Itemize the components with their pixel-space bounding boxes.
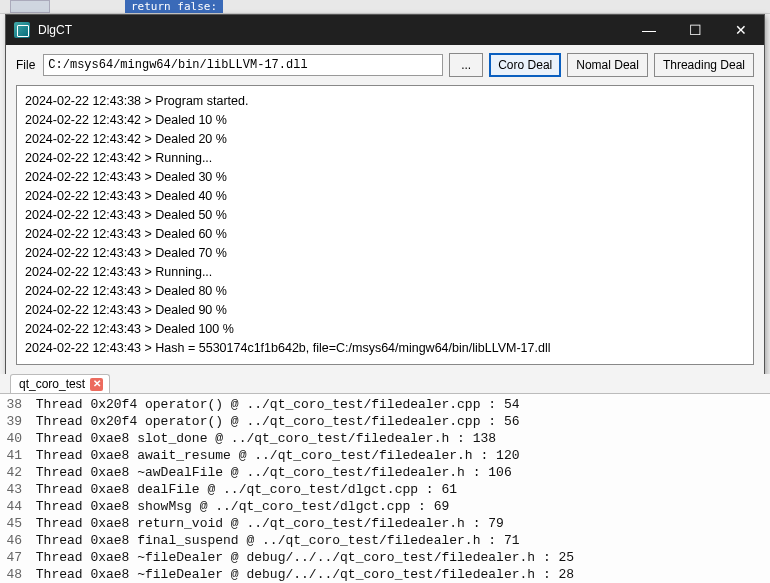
- titlebar[interactable]: DlgCT — ☐ ✕: [6, 15, 764, 45]
- log-line: 2024-02-22 12:43:43 > Dealed 70 %: [25, 244, 745, 263]
- console-output[interactable]: 38 Thread 0x20f4 operator() @ ../qt_coro…: [0, 394, 770, 583]
- log-line: 2024-02-22 12:43:43 > Dealed 60 %: [25, 225, 745, 244]
- browse-button[interactable]: ...: [449, 53, 483, 77]
- console-line: 40 Thread 0xae8 slot_done @ ../qt_coro_t…: [0, 430, 770, 447]
- console-line: 38 Thread 0x20f4 operator() @ ../qt_coro…: [0, 396, 770, 413]
- console-text: Thread 0xae8 ~awDealFile @ ../qt_coro_te…: [28, 464, 512, 481]
- console-text: Thread 0xae8 return_void @ ../qt_coro_te…: [28, 515, 504, 532]
- console-text: Thread 0xae8 await_resume @ ../qt_coro_t…: [28, 447, 519, 464]
- log-line: 2024-02-22 12:43:43 > Running...: [25, 263, 745, 282]
- console-text: Thread 0xae8 slot_done @ ../qt_coro_test…: [28, 430, 496, 447]
- console-line: 41 Thread 0xae8 await_resume @ ../qt_cor…: [0, 447, 770, 464]
- file-label: File: [16, 58, 35, 72]
- console-tab-bar: qt_coro_test ✕: [0, 374, 770, 394]
- line-number: 48: [0, 566, 28, 583]
- log-line: 2024-02-22 12:43:43 > Dealed 100 %: [25, 320, 745, 339]
- console-line: 43 Thread 0xae8 dealFile @ ../qt_coro_te…: [0, 481, 770, 498]
- console-line: 44 Thread 0xae8 showMsg @ ../qt_coro_tes…: [0, 498, 770, 515]
- window-title: DlgCT: [38, 23, 626, 37]
- normal-deal-button[interactable]: Nomal Deal: [567, 53, 648, 77]
- background-code-fragment: return false:: [125, 0, 223, 13]
- log-line: 2024-02-22 12:43:43 > Hash = 5530174c1f1…: [25, 339, 745, 358]
- console-tab[interactable]: qt_coro_test ✕: [10, 374, 110, 393]
- console-line: 46 Thread 0xae8 final_suspend @ ../qt_co…: [0, 532, 770, 549]
- log-output[interactable]: 2024-02-22 12:43:38 > Program started.20…: [16, 85, 754, 365]
- console-line: 47 Thread 0xae8 ~fileDealer @ debug/../.…: [0, 549, 770, 566]
- console-text: Thread 0xae8 ~fileDealer @ debug/../../q…: [28, 549, 574, 566]
- console-text: Thread 0xae8 dealFile @ ../qt_coro_test/…: [28, 481, 457, 498]
- coro-deal-button[interactable]: Coro Deal: [489, 53, 561, 77]
- file-path-input[interactable]: [43, 54, 443, 76]
- log-line: 2024-02-22 12:43:43 > Dealed 50 %: [25, 206, 745, 225]
- console-text: Thread 0x20f4 operator() @ ../qt_coro_te…: [28, 413, 519, 430]
- console-line: 39 Thread 0x20f4 operator() @ ../qt_coro…: [0, 413, 770, 430]
- background-editor-strip: return false:: [0, 0, 770, 14]
- log-line: 2024-02-22 12:43:38 > Program started.: [25, 92, 745, 111]
- console-text: Thread 0xae8 showMsg @ ../qt_coro_test/d…: [28, 498, 449, 515]
- line-number: 43: [0, 481, 28, 498]
- line-number: 42: [0, 464, 28, 481]
- console-text: Thread 0x20f4 operator() @ ../qt_coro_te…: [28, 396, 519, 413]
- console-tab-label: qt_coro_test: [19, 375, 85, 393]
- background-tab-fragment: [10, 0, 50, 13]
- console-line: 45 Thread 0xae8 return_void @ ../qt_coro…: [0, 515, 770, 532]
- console-line: 42 Thread 0xae8 ~awDealFile @ ../qt_coro…: [0, 464, 770, 481]
- line-number: 45: [0, 515, 28, 532]
- threading-deal-button[interactable]: Threading Deal: [654, 53, 754, 77]
- console-text: Thread 0xae8 final_suspend @ ../qt_coro_…: [28, 532, 519, 549]
- log-line: 2024-02-22 12:43:42 > Running...: [25, 149, 745, 168]
- tab-close-icon[interactable]: ✕: [90, 378, 103, 391]
- log-line: 2024-02-22 12:43:42 > Dealed 10 %: [25, 111, 745, 130]
- console-line: 48 Thread 0xae8 ~fileDealer @ debug/../.…: [0, 566, 770, 583]
- line-number: 38: [0, 396, 28, 413]
- log-line: 2024-02-22 12:43:43 > Dealed 40 %: [25, 187, 745, 206]
- dialog-window: DlgCT — ☐ ✕ File ... Coro Deal Nomal Dea…: [5, 14, 765, 376]
- line-number: 44: [0, 498, 28, 515]
- log-line: 2024-02-22 12:43:43 > Dealed 80 %: [25, 282, 745, 301]
- minimize-button[interactable]: —: [626, 15, 672, 45]
- maximize-button[interactable]: ☐: [672, 15, 718, 45]
- console-panel: qt_coro_test ✕ 38 Thread 0x20f4 operator…: [0, 374, 770, 583]
- log-line: 2024-02-22 12:43:43 > Dealed 90 %: [25, 301, 745, 320]
- line-number: 47: [0, 549, 28, 566]
- line-number: 39: [0, 413, 28, 430]
- console-text: Thread 0xae8 ~fileDealer @ debug/../../q…: [28, 566, 574, 583]
- log-line: 2024-02-22 12:43:42 > Dealed 20 %: [25, 130, 745, 149]
- line-number: 41: [0, 447, 28, 464]
- line-number: 46: [0, 532, 28, 549]
- toolbar: File ... Coro Deal Nomal Deal Threading …: [6, 45, 764, 83]
- app-icon: [14, 22, 30, 38]
- line-number: 40: [0, 430, 28, 447]
- close-button[interactable]: ✕: [718, 15, 764, 45]
- log-line: 2024-02-22 12:43:43 > Dealed 30 %: [25, 168, 745, 187]
